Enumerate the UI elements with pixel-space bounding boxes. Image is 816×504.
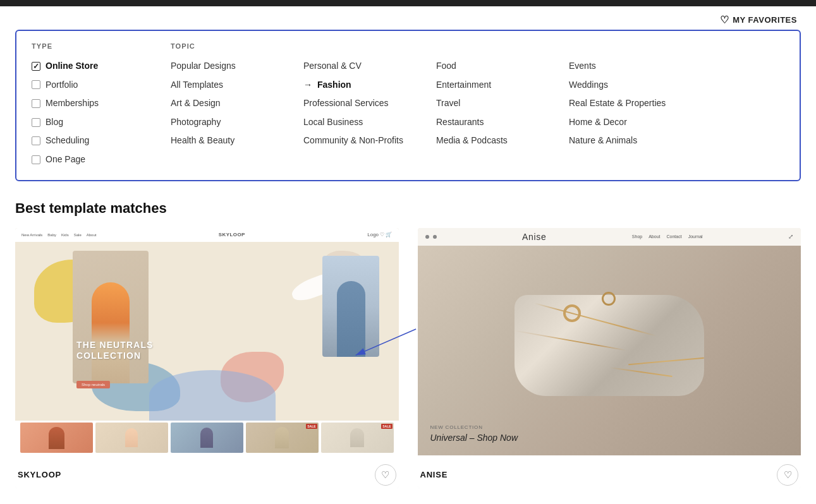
filter-topic-restaurants[interactable]: Restaurants bbox=[436, 114, 569, 131]
filter-type-blog-label: Blog bbox=[46, 116, 63, 129]
filter-topic-community-nonprofits-label: Community & Non-Profits bbox=[303, 135, 403, 147]
skyloop-nav: New Arrivals Baby Kids Sale About SKYLOO… bbox=[15, 228, 399, 242]
filter-topic-photography[interactable]: Photography bbox=[171, 114, 303, 131]
type-column: TYPE ✓ Online Store Portfolio Membership… bbox=[32, 42, 171, 169]
topic-column-4: TOPIC Events Weddings Real Estate & Prop… bbox=[569, 42, 702, 169]
filter-topic-media-podcasts-label: Media & Podcasts bbox=[436, 135, 508, 147]
filter-topic-art-design[interactable]: Art & Design bbox=[171, 95, 303, 112]
anise-body: NEW COLLECTION Universal – Shop Now bbox=[418, 246, 801, 455]
filter-topic-personal-cv[interactable]: Personal & CV bbox=[303, 57, 436, 75]
filter-type-online-store-label: Online Store bbox=[46, 60, 98, 73]
skyloop-main-image bbox=[73, 251, 149, 383]
filter-topic-photography-label: Photography bbox=[171, 116, 221, 129]
arrow-right-icon: → bbox=[303, 79, 312, 92]
checkbox-one-page bbox=[32, 155, 40, 164]
skyloop-favorite-button[interactable]: ♡ bbox=[375, 464, 396, 486]
filter-panel: TYPE ✓ Online Store Portfolio Membership… bbox=[15, 30, 801, 181]
filter-type-portfolio-label: Portfolio bbox=[46, 79, 78, 92]
filter-topic-professional-services-label: Professional Services bbox=[303, 97, 389, 110]
anise-dot-1 bbox=[425, 235, 429, 239]
topic-column-3: TOPIC Food Entertainment Travel Restaura… bbox=[436, 42, 569, 169]
checkbox-memberships bbox=[32, 99, 40, 108]
top-bar bbox=[0, 0, 816, 6]
ring-2 bbox=[602, 292, 616, 306]
filter-topic-food[interactable]: Food bbox=[436, 57, 569, 75]
filter-topic-travel[interactable]: Travel bbox=[436, 95, 569, 112]
filter-topic-community-nonprofits[interactable]: Community & Non-Profits bbox=[303, 132, 436, 150]
templates-grid: New Arrivals Baby Kids Sale About SKYLOO… bbox=[0, 228, 816, 488]
skyloop-thumb-4: SALE bbox=[246, 423, 319, 453]
filter-topic-entertainment[interactable]: Entertainment bbox=[436, 76, 569, 94]
filter-type-memberships[interactable]: Memberships bbox=[32, 95, 171, 112]
filter-type-one-page[interactable]: One Page bbox=[32, 151, 171, 169]
filter-topic-fashion[interactable]: → Fashion bbox=[303, 76, 436, 94]
skyloop-nav-right: Logo ♡ 🛒 bbox=[367, 232, 392, 237]
my-favorites-label: MY FAVORITES bbox=[733, 15, 797, 25]
anise-preview: Anise Shop About Contact Journal ⤢ bbox=[418, 228, 801, 455]
anise-cta: NEW COLLECTION Universal – Shop Now bbox=[430, 424, 518, 443]
templates-wrapper: New Arrivals Baby Kids Sale About SKYLOO… bbox=[0, 228, 816, 488]
filter-topic-health-beauty-label: Health & Beauty bbox=[171, 135, 234, 147]
type-header: TYPE bbox=[32, 42, 171, 50]
template-card-anise[interactable]: Anise Shop About Contact Journal ⤢ bbox=[418, 228, 801, 488]
filter-topic-real-estate[interactable]: Real Estate & Properties bbox=[569, 95, 702, 112]
filter-topic-weddings[interactable]: Weddings bbox=[569, 76, 702, 94]
filter-type-blog[interactable]: Blog bbox=[32, 114, 171, 131]
skyloop-logo: SKYLOOP bbox=[219, 232, 245, 237]
template-card-skyloop[interactable]: New Arrivals Baby Kids Sale About SKYLOO… bbox=[15, 228, 399, 488]
filter-topic-weddings-label: Weddings bbox=[569, 79, 608, 92]
anise-card-footer: ANISE ♡ bbox=[418, 455, 801, 488]
anise-cta-subtitle: NEW COLLECTION bbox=[430, 424, 518, 430]
checkbox-blog bbox=[32, 118, 40, 127]
topic-header: TOPIC bbox=[171, 42, 303, 50]
my-favorites-button[interactable]: ♡ MY FAVORITES bbox=[720, 14, 797, 26]
skyloop-thumb-1 bbox=[20, 423, 93, 453]
skyloop-right-image bbox=[322, 256, 379, 357]
blue-wave-shape bbox=[149, 370, 276, 421]
filter-topic-local-business[interactable]: Local Business bbox=[303, 114, 436, 131]
sale-badge: SALE bbox=[306, 424, 317, 429]
ring-1 bbox=[563, 304, 581, 322]
anise-template-name: ANISE bbox=[420, 470, 448, 479]
filter-topic-health-beauty[interactable]: Health & Beauty bbox=[171, 132, 303, 150]
filter-topic-events[interactable]: Events bbox=[569, 57, 702, 75]
filter-topic-popular-designs-label: Popular Designs bbox=[171, 60, 236, 73]
stone-shape bbox=[515, 295, 704, 396]
filter-type-online-store[interactable]: ✓ Online Store bbox=[32, 57, 171, 75]
skyloop-template-name: SKYLOOP bbox=[18, 470, 61, 479]
filter-topic-popular-designs[interactable]: Popular Designs bbox=[171, 57, 303, 75]
anise-nav: Anise Shop About Contact Journal ⤢ bbox=[418, 228, 801, 246]
filter-topic-real-estate-label: Real Estate & Properties bbox=[569, 97, 666, 110]
filter-topic-art-design-label: Art & Design bbox=[171, 97, 221, 110]
anise-favorite-button[interactable]: ♡ bbox=[777, 464, 798, 486]
filter-type-portfolio[interactable]: Portfolio bbox=[32, 76, 171, 94]
filter-topic-personal-cv-label: Personal & CV bbox=[303, 60, 362, 73]
section-title: Best template matches bbox=[0, 194, 816, 228]
filter-topic-media-podcasts[interactable]: Media & Podcasts bbox=[436, 132, 569, 150]
skyloop-text-overlay: THE NEUTRALSCOLLECTION bbox=[76, 340, 154, 361]
anise-cta-title: Universal – Shop Now bbox=[430, 433, 518, 443]
filter-topic-all-templates-label: All Templates bbox=[171, 79, 223, 92]
heart-icon: ♡ bbox=[720, 14, 729, 26]
skyloop-nav-links: New Arrivals Baby Kids Sale About bbox=[21, 233, 96, 237]
filter-topic-all-templates[interactable]: All Templates bbox=[171, 76, 303, 94]
filter-topic-entertainment-label: Entertainment bbox=[436, 79, 491, 92]
header: ♡ MY FAVORITES bbox=[0, 6, 816, 30]
filter-topic-travel-label: Travel bbox=[436, 97, 460, 110]
filter-topic-professional-services[interactable]: Professional Services bbox=[303, 95, 436, 112]
anise-nav-links: Shop About Contact Journal bbox=[632, 234, 703, 239]
filter-topic-home-decor[interactable]: Home & Decor bbox=[569, 114, 702, 131]
filter-topic-nature-animals-label: Nature & Animals bbox=[569, 135, 637, 147]
filter-topic-nature-animals[interactable]: Nature & Animals bbox=[569, 132, 702, 150]
anise-nav-dots bbox=[425, 235, 437, 239]
filter-type-scheduling-label: Scheduling bbox=[46, 135, 89, 147]
skyloop-thumb-5: SALE bbox=[321, 423, 394, 453]
skyloop-thumbnails: SALE SALE bbox=[15, 421, 399, 455]
anise-logo: Anise bbox=[522, 232, 547, 242]
anise-dot-2 bbox=[433, 235, 437, 239]
filter-topic-home-decor-label: Home & Decor bbox=[569, 116, 627, 129]
filter-type-scheduling[interactable]: Scheduling bbox=[32, 132, 171, 150]
skyloop-shop-btn[interactable]: Shop neutrals bbox=[76, 381, 110, 388]
filter-topic-restaurants-label: Restaurants bbox=[436, 116, 484, 129]
filter-type-memberships-label: Memberships bbox=[46, 97, 99, 110]
